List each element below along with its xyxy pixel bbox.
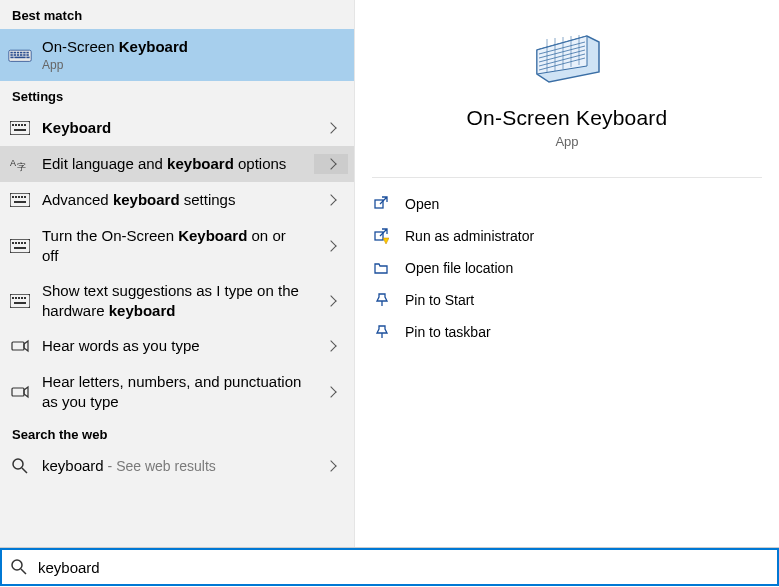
svg-line-63 <box>21 569 26 574</box>
setting-advanced-keyboard[interactable]: Advanced keyboard settings <box>0 182 354 218</box>
setting-keyboard[interactable]: Keyboard <box>0 110 354 146</box>
setting-edit-language[interactable]: A字 Edit language and keyboard options <box>0 146 354 182</box>
svg-rect-15 <box>26 57 29 59</box>
chevron-right-icon <box>325 295 336 306</box>
setting-hear-letters[interactable]: Hear letters, numbers, and punctuation a… <box>0 364 354 419</box>
svg-rect-7 <box>10 54 12 56</box>
svg-rect-17 <box>12 124 14 126</box>
item-label: Hear words as you type <box>42 336 304 356</box>
keyboard-icon <box>8 294 32 308</box>
expand-button[interactable] <box>314 196 348 204</box>
svg-point-48 <box>13 459 23 469</box>
best-match-item[interactable]: On-Screen Keyboard App <box>0 29 354 81</box>
action-open[interactable]: Open <box>367 188 767 220</box>
svg-rect-19 <box>18 124 20 126</box>
svg-rect-47 <box>12 388 24 396</box>
keyboard-icon <box>8 239 32 253</box>
action-label: Run as administrator <box>405 228 534 244</box>
svg-rect-21 <box>24 124 26 126</box>
open-icon <box>371 196 391 212</box>
search-icon <box>10 558 28 576</box>
svg-rect-34 <box>15 242 17 244</box>
expand-button[interactable] <box>314 124 348 132</box>
setting-turn-osk[interactable]: Turn the On-Screen Keyboard on or off <box>0 218 354 273</box>
svg-rect-39 <box>10 294 30 308</box>
expand-button[interactable] <box>314 154 348 174</box>
svg-rect-28 <box>18 196 20 198</box>
svg-text:A: A <box>10 158 16 168</box>
svg-rect-5 <box>23 52 25 54</box>
expand-button[interactable] <box>314 462 348 470</box>
svg-rect-31 <box>14 201 26 203</box>
search-icon <box>8 457 32 475</box>
section-search-web: Search the web <box>0 419 354 448</box>
folder-icon <box>371 260 391 276</box>
expand-button[interactable] <box>314 297 348 305</box>
svg-rect-4 <box>20 52 22 54</box>
svg-rect-9 <box>17 54 19 56</box>
item-label: Edit language and keyboard options <box>42 154 304 174</box>
svg-rect-20 <box>21 124 23 126</box>
svg-rect-35 <box>18 242 20 244</box>
svg-rect-12 <box>26 54 28 56</box>
action-open-file-location[interactable]: Open file location <box>367 252 767 284</box>
svg-rect-2 <box>14 52 16 54</box>
svg-rect-16 <box>10 121 30 135</box>
svg-text:字: 字 <box>17 162 26 172</box>
svg-rect-25 <box>10 193 30 207</box>
svg-rect-30 <box>24 196 26 198</box>
svg-rect-18 <box>15 124 17 126</box>
expand-button[interactable] <box>314 242 348 250</box>
action-label: Pin to taskbar <box>405 324 491 340</box>
svg-rect-8 <box>14 54 16 56</box>
pin-icon <box>371 292 391 308</box>
action-run-as-admin[interactable]: Run as administrator <box>367 220 767 252</box>
action-pin-to-taskbar[interactable]: Pin to taskbar <box>367 316 767 348</box>
svg-rect-32 <box>10 239 30 253</box>
pin-icon <box>371 324 391 340</box>
svg-rect-29 <box>21 196 23 198</box>
preview-app-icon <box>527 24 607 86</box>
item-label: Keyboard <box>42 118 304 138</box>
results-list: Best match On-Screen Keyboard App Settin… <box>0 0 355 547</box>
best-match-label: On-Screen Keyboard App <box>42 37 348 73</box>
svg-rect-45 <box>14 302 26 304</box>
chevron-right-icon <box>325 240 336 251</box>
svg-rect-43 <box>21 297 23 299</box>
svg-rect-44 <box>24 297 26 299</box>
svg-rect-10 <box>20 54 22 56</box>
search-bar[interactable] <box>0 548 779 586</box>
keyboard-icon <box>8 193 32 207</box>
svg-rect-38 <box>14 247 26 249</box>
search-input[interactable] <box>38 559 777 576</box>
setting-text-suggestions[interactable]: Show text suggestions as I type on the h… <box>0 273 354 328</box>
action-pin-to-start[interactable]: Pin to Start <box>367 284 767 316</box>
svg-rect-46 <box>12 342 24 350</box>
action-label: Open file location <box>405 260 513 276</box>
svg-rect-1 <box>10 52 12 54</box>
svg-rect-42 <box>18 297 20 299</box>
svg-rect-33 <box>12 242 14 244</box>
svg-rect-36 <box>21 242 23 244</box>
language-icon: A字 <box>8 156 32 172</box>
expand-button[interactable] <box>314 342 348 350</box>
narrator-icon <box>8 338 32 354</box>
svg-rect-3 <box>17 52 19 54</box>
svg-rect-11 <box>23 54 25 56</box>
setting-hear-words[interactable]: Hear words as you type <box>0 328 354 364</box>
chevron-right-icon <box>325 122 336 133</box>
svg-point-62 <box>12 560 22 570</box>
chevron-right-icon <box>325 158 336 169</box>
chevron-right-icon <box>325 340 336 351</box>
svg-rect-14 <box>14 57 25 59</box>
preview-subtitle: App <box>555 134 578 149</box>
item-label: keyboard - See web results <box>42 456 304 476</box>
item-label: Hear letters, numbers, and punctuation a… <box>42 372 304 411</box>
svg-rect-37 <box>24 242 26 244</box>
expand-button[interactable] <box>314 388 348 396</box>
svg-rect-41 <box>15 297 17 299</box>
item-label: Advanced keyboard settings <box>42 190 304 210</box>
admin-icon <box>371 228 391 244</box>
item-label: Show text suggestions as I type on the h… <box>42 281 304 320</box>
web-result[interactable]: keyboard - See web results <box>0 448 354 484</box>
